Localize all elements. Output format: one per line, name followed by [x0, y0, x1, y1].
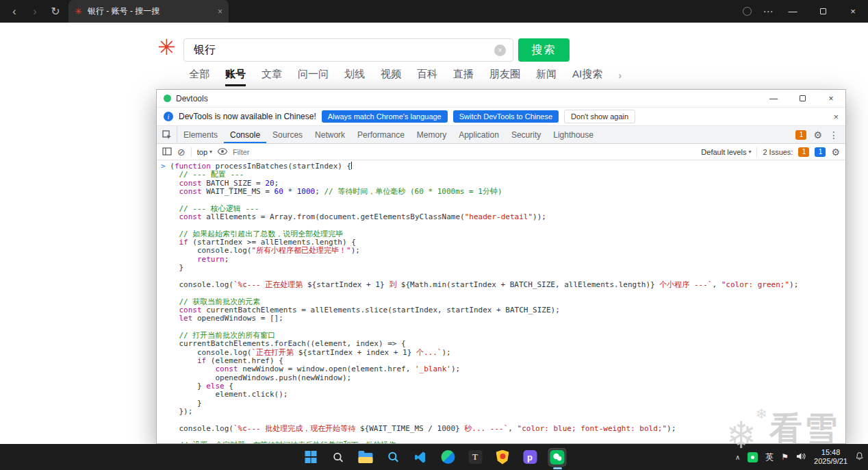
browser-titlebar: ‹ › ↻ ✳ 银行 - 账号 - 搜一搜 × ⋯ — ×: [0, 0, 868, 23]
browser-menu-icon[interactable]: ⋯: [758, 5, 778, 18]
ime-language-indicator[interactable]: 英: [765, 452, 774, 463]
volume-icon[interactable]: [796, 452, 806, 462]
dev-app-icon: [441, 450, 455, 464]
console-code-line: });: [161, 408, 845, 416]
console-code-line: // 设置一个定时器，在等待时间结束后执行关闭和下一批的操作: [161, 441, 845, 443]
dont-show-again-button[interactable]: Don't show again: [564, 110, 635, 123]
search-input[interactable]: 银行 ×: [183, 38, 513, 62]
clear-console-icon[interactable]: ⊘: [177, 147, 186, 157]
wechat-button[interactable]: [548, 448, 567, 467]
security-app-button[interactable]: [494, 448, 512, 467]
clock-time: 15:48: [814, 448, 847, 457]
tab-close-icon[interactable]: ×: [218, 7, 222, 16]
tab-memory[interactable]: Memory: [411, 126, 452, 143]
tab-application[interactable]: Application: [452, 126, 505, 143]
devtools-restore-button[interactable]: [788, 90, 817, 107]
match-language-button[interactable]: Always match Chrome's language: [322, 110, 448, 123]
context-selector[interactable]: top ▾: [197, 148, 212, 156]
tab-network[interactable]: Network: [309, 126, 351, 143]
issues-counter-badge[interactable]: 1: [795, 130, 806, 140]
vscode-button[interactable]: [411, 448, 430, 467]
tab-live[interactable]: 直播: [453, 68, 474, 86]
tab-encyclopedia[interactable]: 百科: [417, 68, 437, 86]
infobar-close-icon[interactable]: ×: [833, 112, 839, 122]
notification-bell-icon[interactable]: [855, 452, 864, 462]
issues-orange-badge[interactable]: 1: [798, 147, 809, 157]
console-settings-gear-icon[interactable]: ⚙: [831, 147, 840, 157]
console-code-line: > (function processInBatches(startIndex)…: [161, 162, 845, 171]
taskbar-search-button[interactable]: [329, 448, 348, 467]
typora-button[interactable]: T: [466, 448, 485, 467]
blue-search-app-button[interactable]: [384, 448, 403, 467]
tab-title: 银行 - 账号 - 搜一搜: [88, 5, 212, 17]
forward-button[interactable]: ›: [26, 3, 44, 21]
chevron-down-icon: ▾: [748, 149, 751, 155]
tabs-more-chevron-icon[interactable]: ›: [618, 69, 622, 86]
shield-icon: [496, 450, 509, 465]
search-query-text: 银行: [194, 43, 494, 58]
devtools-minimize-button[interactable]: —: [759, 90, 788, 107]
tab-news[interactable]: 新闻: [536, 68, 557, 86]
search-icon: [333, 452, 344, 463]
file-explorer-button[interactable]: [357, 448, 375, 467]
tray-green-app-icon[interactable]: [748, 452, 758, 462]
devtools-window: Devtools — × i DevTools is now available…: [156, 89, 846, 444]
log-levels-dropdown[interactable]: Default levels ▾: [701, 148, 751, 156]
tab-security[interactable]: Security: [505, 126, 547, 143]
screen: ‹ › ↻ ✳ 银行 - 账号 - 搜一搜 × ⋯ — × ✳ 银行 × 搜索 …: [0, 0, 868, 470]
purple-p-app-button[interactable]: p: [521, 448, 539, 467]
back-button[interactable]: ‹: [5, 3, 23, 21]
tab-qa[interactable]: 问一问: [298, 68, 329, 86]
devtools-close-button[interactable]: ×: [817, 90, 845, 107]
switch-to-chinese-button[interactable]: Switch DevTools to Chinese: [453, 110, 559, 123]
tab-performance[interactable]: Performance: [351, 126, 411, 143]
taskbar-app-icons: T p: [302, 444, 567, 470]
devtools-titlebar[interactable]: Devtools — ×: [157, 90, 845, 108]
issues-blue-badge[interactable]: 1: [815, 147, 826, 157]
taskbar-clock[interactable]: 15:48 2025/9/21: [814, 448, 847, 466]
search-button[interactable]: 搜索: [518, 38, 570, 62]
clear-search-icon[interactable]: ×: [494, 45, 506, 56]
browser-tab[interactable]: ✳ 银行 - 账号 - 搜一搜 ×: [68, 0, 229, 23]
console-code[interactable]: > (function processInBatches(startIndex)…: [157, 160, 845, 443]
console-code-line: console.log(`%c--- 正在处理第 ${startIndex + …: [161, 281, 845, 289]
toolbar-divider: [756, 147, 757, 157]
tab-elements[interactable]: Elements: [177, 126, 224, 143]
folder-icon: [359, 453, 373, 463]
tab-console[interactable]: Console: [224, 126, 266, 143]
console-code-line: element.click();: [161, 391, 845, 399]
window-minimize-button[interactable]: —: [778, 0, 808, 23]
issues-label[interactable]: 2 Issues:: [763, 148, 793, 156]
tab-all[interactable]: 全部: [189, 68, 209, 86]
console-code-line: [161, 289, 845, 297]
tab-account[interactable]: 账号: [225, 68, 246, 86]
flag-icon[interactable]: ⚑: [781, 452, 789, 462]
tab-lighthouse[interactable]: Lighthouse: [547, 126, 600, 143]
tab-video[interactable]: 视频: [381, 68, 401, 86]
console-filter-input[interactable]: [233, 148, 695, 156]
start-button[interactable]: [302, 448, 320, 467]
tab-ai-search[interactable]: AI搜索: [572, 68, 602, 86]
restore-icon: [820, 8, 826, 14]
restore-icon: [800, 95, 806, 101]
tab-highlights[interactable]: 划线: [344, 68, 365, 86]
devtools-window-controls: — ×: [759, 90, 845, 107]
devtools-app-icon: [164, 95, 171, 102]
console-sidebar-icon[interactable]: [162, 147, 172, 157]
inspect-element-icon[interactable]: [157, 126, 177, 143]
tray-expand-chevron-icon[interactable]: ∧: [735, 454, 740, 461]
live-expression-eye-icon[interactable]: [218, 148, 227, 156]
extension-status-icon[interactable]: [743, 7, 752, 16]
refresh-button[interactable]: ↻: [47, 3, 64, 21]
typora-icon: T: [468, 450, 482, 464]
tab-articles[interactable]: 文章: [261, 68, 282, 86]
window-close-button[interactable]: ×: [838, 0, 868, 23]
tab-sources[interactable]: Sources: [266, 126, 309, 143]
dev-app-button[interactable]: [439, 448, 457, 467]
devtools-kebab-menu-icon[interactable]: ⋮: [829, 130, 839, 140]
window-restore-button[interactable]: [808, 0, 838, 23]
tab-moments[interactable]: 朋友圈: [489, 68, 520, 86]
devtools-settings-gear-icon[interactable]: ⚙: [813, 130, 822, 140]
console-toolbar: ⊘ top ▾ Default levels ▾ 2 Issues: 1 1 ⚙: [157, 144, 845, 160]
console-code-line: openedWindows.push(newWindow);: [161, 374, 845, 382]
